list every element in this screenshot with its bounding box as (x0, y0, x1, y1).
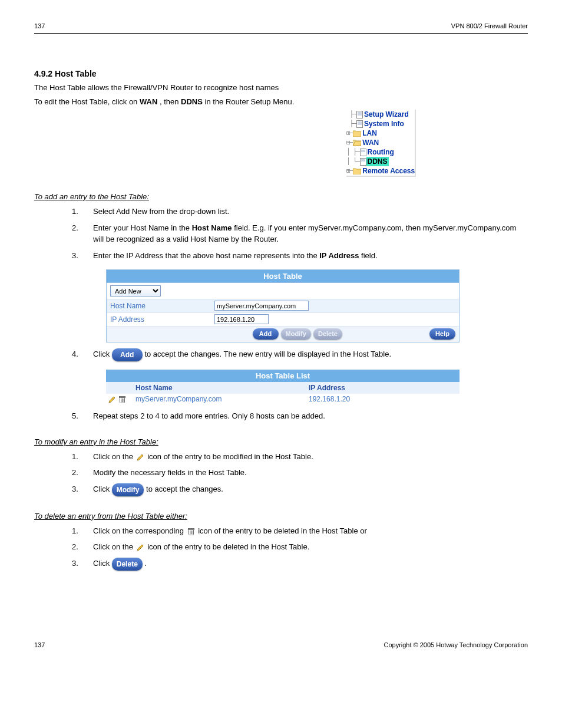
delete-step-2: 2. Click on the icon of the entry to be … (72, 541, 528, 553)
delete-step-1: 1. Click on the corresponding icon of th… (72, 525, 528, 537)
nav-label-wan: WAN (361, 138, 379, 147)
hostname-input[interactable] (214, 301, 309, 311)
trash-icon[interactable] (118, 396, 126, 403)
nav-label-setup-wizard: Setup Wizard (363, 110, 409, 119)
folder-icon (353, 167, 361, 174)
hostname-label: Host Name (107, 299, 213, 312)
delete-step-3: 3. Click Delete . (72, 558, 528, 571)
delete-entry-heading: To delete an entry from the Host Table e… (34, 512, 528, 521)
col-hostname: Host Name (128, 384, 305, 392)
footer-left: 137 (34, 641, 45, 648)
nav-label-system-info: System Info (363, 119, 404, 129)
pencil-icon[interactable] (108, 396, 116, 403)
add-step-3: 3. Enter the IP Address that the above h… (72, 250, 528, 262)
host-table-list-figure: Host Table List Host Name IP Address myS… (106, 370, 459, 404)
nav-remote-access[interactable]: ⊞─ Remote Access (346, 166, 415, 176)
nav-label-remote-access: Remote Access (361, 166, 415, 176)
modify-step-3: 3. Click Modify to accept the changes. (72, 483, 528, 496)
nav-system-info[interactable]: ├─ System Info (346, 119, 415, 129)
ip-label: IP Address (107, 313, 213, 326)
add-button[interactable]: Add (253, 328, 279, 340)
page-icon (356, 111, 363, 118)
page-icon (360, 149, 366, 156)
section-number: 4.9.2 (34, 69, 52, 78)
host-table-title: Host Table (107, 270, 459, 283)
table-row: myServer.myCompany.com 192.168.1.20 (106, 394, 459, 404)
nav-routing[interactable]: │ ├─ Routing (346, 147, 415, 157)
modify-entry-heading: To modify an entry in the Host Table: (34, 437, 528, 446)
add-step-1: 1.Select Add New from the drop-down list… (72, 206, 528, 218)
add-step-5: 5.Repeat steps 2 to 4 to add more entrie… (72, 410, 528, 422)
pencil-icon (137, 453, 144, 461)
section-heading: 4.9.2 Host Table (34, 69, 528, 78)
nav-label-ddns: DDNS (366, 157, 389, 166)
page-icon (356, 120, 363, 128)
help-button[interactable]: Help (429, 328, 455, 340)
mode-select[interactable]: Add New (110, 285, 161, 297)
header-rule (34, 33, 528, 34)
header-right: VPN 800/2 Firewall Router (451, 22, 528, 29)
nav-label-lan: LAN (361, 129, 377, 138)
add-step-4: 4. Click Add to accept the changes. The … (72, 348, 528, 361)
folder-open-icon (353, 139, 361, 146)
page-header: 137 VPN 800/2 Firewall Router (34, 22, 528, 29)
section-para2: To edit the Host Table, click on WAN , t… (34, 96, 528, 108)
svg-rect-15 (120, 396, 125, 397)
row-ip[interactable]: 192.168.1.20 (305, 395, 459, 403)
page-icon (360, 158, 366, 166)
nav-setup-wizard[interactable]: ├─ Setup Wizard (346, 110, 415, 119)
modify-button-disabled: Modify (281, 328, 311, 340)
nav-ddns[interactable]: │ └─ DDNS (346, 157, 415, 166)
modify-button-inline: Modify (112, 483, 144, 496)
section-para1: The Host Table allows the Firewall/VPN R… (34, 82, 528, 94)
host-table-figure: Host Table Add New Host Name IP Address (106, 269, 459, 342)
modify-step-1: 1. Click on the icon of the entry to be … (72, 451, 528, 463)
host-list-title: Host Table List (106, 370, 459, 382)
col-ip: IP Address (305, 384, 459, 392)
add-step-2: 2. Enter your Host Name in the Host Name… (72, 222, 528, 245)
nav-label-routing: Routing (366, 147, 394, 157)
footer-right: Copyright © 2005 Hotway Technology Corpo… (384, 641, 528, 648)
nav-lan[interactable]: ⊞─ LAN (346, 129, 415, 138)
add-entry-heading: To add an entry to the Host Table: (34, 192, 528, 201)
page-footer: 137 Copyright © 2005 Hotway Technology C… (34, 641, 528, 648)
add-button-inline: Add (112, 348, 143, 361)
nav-tree-figure: ├─ Setup Wizard ├─ System Info ⊞─ LAN ⊟─ (346, 110, 416, 177)
section-title-text: Host Table (55, 69, 97, 78)
svg-rect-11 (360, 158, 366, 165)
trash-icon (187, 528, 195, 535)
svg-rect-8 (360, 149, 366, 156)
modify-step-2: 2.Modify the necessary fields in the Hos… (72, 467, 528, 479)
nav-wan[interactable]: ⊟─ WAN (346, 138, 415, 147)
folder-icon (353, 130, 361, 137)
row-hostname[interactable]: myServer.myCompany.com (128, 395, 305, 403)
pencil-icon (137, 543, 144, 551)
ip-input[interactable] (214, 314, 269, 324)
delete-button-disabled: Delete (313, 328, 342, 340)
delete-button-inline: Delete (112, 558, 143, 571)
header-left: 137 (34, 22, 45, 29)
svg-rect-20 (188, 528, 194, 529)
